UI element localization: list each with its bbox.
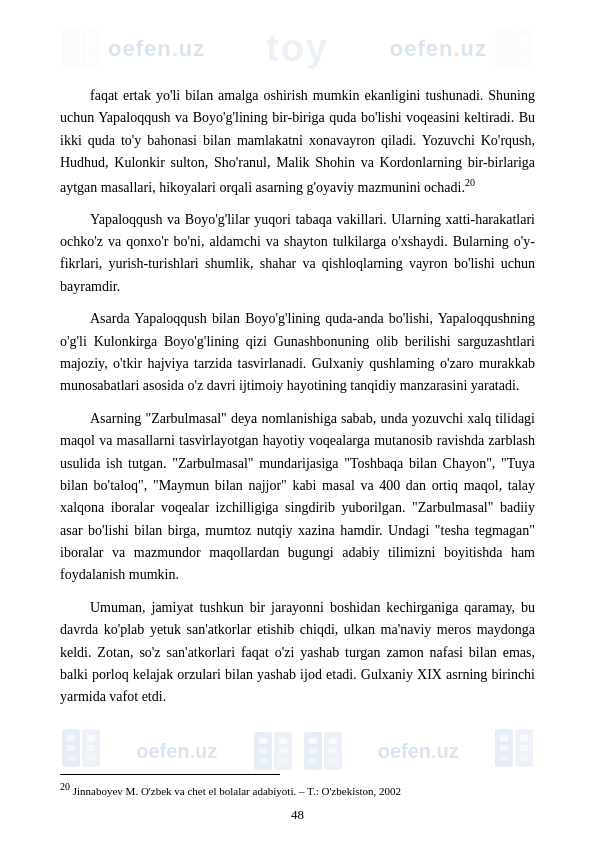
- svg-rect-4: [67, 46, 75, 52]
- top-watermark: oefen.uz toy oefen.uz: [60, 20, 535, 77]
- svg-rect-28: [259, 748, 267, 754]
- svg-rect-30: [259, 758, 267, 764]
- bottom-watermark-brand2: oefen.uz: [378, 736, 459, 766]
- footnote-text: 20 Jinnaboyev M. O'zbek va chet el bolal…: [60, 779, 535, 799]
- paragraph-5: Umuman, jamiyat tushkun bir jarayonni bo…: [60, 597, 535, 709]
- top-watermark-left: oefen.uz: [60, 28, 205, 70]
- svg-rect-31: [279, 758, 287, 764]
- paragraph-3: Asarda Yapaloqqush bilan Boyo'g'lining q…: [60, 308, 535, 398]
- svg-rect-38: [309, 758, 317, 764]
- svg-rect-45: [520, 745, 528, 751]
- logo-icon-bottom-right: [493, 727, 535, 769]
- svg-rect-5: [87, 46, 95, 52]
- svg-rect-27: [279, 738, 287, 744]
- paragraph-4-text: Asarning "Zarbulmasal" deya nomlanishiga…: [60, 411, 535, 583]
- paragraph-1: faqat ertak yo'li bilan amalga oshirish …: [60, 85, 535, 199]
- svg-rect-15: [520, 56, 528, 62]
- svg-rect-23: [87, 755, 95, 761]
- bottom-watermark-center-logos: [252, 730, 344, 772]
- svg-rect-6: [67, 56, 75, 62]
- svg-rect-34: [309, 738, 317, 744]
- logo-icon-bottom-left: [60, 727, 102, 769]
- page-number: 48: [60, 805, 535, 825]
- footer: 20 Jinnaboyev M. O'zbek va chet el bolal…: [60, 774, 535, 825]
- svg-rect-35: [329, 738, 337, 744]
- svg-rect-22: [67, 755, 75, 761]
- paragraph-4: Asarning "Zarbulmasal" deya nomlanishiga…: [60, 408, 535, 587]
- logo-icon-bottom-center1: [252, 730, 294, 772]
- page: oefen.uz toy oefen.uz faqat ertak yo'li …: [0, 0, 595, 842]
- bottom-watermark: oefen.uz oefen: [60, 727, 535, 775]
- svg-rect-2: [67, 36, 75, 42]
- watermark-brand-right: oefen.uz: [390, 32, 487, 65]
- logo-icon-bottom-center2: [302, 730, 344, 772]
- svg-rect-47: [520, 755, 528, 761]
- footer-divider: [60, 774, 280, 775]
- footnote-content: Jinnaboyev M. O'zbek va chet el bolalar …: [73, 785, 401, 797]
- svg-rect-44: [500, 745, 508, 751]
- svg-rect-12: [500, 46, 508, 52]
- svg-rect-7: [87, 56, 95, 62]
- top-watermark-right: oefen.uz: [390, 28, 535, 70]
- svg-rect-20: [67, 745, 75, 751]
- paragraph-3-text: Asarda Yapaloqqush bilan Boyo'g'lining q…: [60, 311, 535, 393]
- svg-rect-14: [500, 56, 508, 62]
- svg-rect-42: [500, 735, 508, 741]
- watermark-brand-left: oefen.uz: [108, 32, 205, 65]
- logo-icon-right: [493, 28, 535, 70]
- bottom-watermark-right: [493, 727, 535, 775]
- bottom-watermark-brand1: oefen.uz: [136, 736, 217, 766]
- paragraph-2-text: Yapaloqqush va Boyo'g'lilar yuqori tabaq…: [60, 212, 535, 294]
- logo-icon-left: [60, 28, 102, 70]
- svg-rect-13: [520, 46, 528, 52]
- svg-rect-3: [87, 36, 95, 42]
- svg-rect-39: [329, 758, 337, 764]
- svg-rect-21: [87, 745, 95, 751]
- svg-rect-11: [520, 36, 528, 42]
- watermark-word-center: toy: [266, 20, 329, 77]
- footnote-ref-1: 20: [465, 177, 475, 188]
- svg-rect-29: [279, 748, 287, 754]
- svg-rect-46: [500, 755, 508, 761]
- bottom-watermark-left: [60, 727, 102, 775]
- paragraph-2: Yapaloqqush va Boyo'g'lilar yuqori tabaq…: [60, 209, 535, 299]
- svg-rect-18: [67, 735, 75, 741]
- svg-rect-37: [329, 748, 337, 754]
- main-content: faqat ertak yo'li bilan amalga oshirish …: [60, 85, 535, 709]
- svg-rect-36: [309, 748, 317, 754]
- svg-rect-10: [500, 36, 508, 42]
- paragraph-5-text: Umuman, jamiyat tushkun bir jarayonni bo…: [60, 600, 535, 705]
- footnote-number: 20: [60, 781, 70, 792]
- svg-rect-19: [87, 735, 95, 741]
- svg-rect-26: [259, 738, 267, 744]
- svg-rect-43: [520, 735, 528, 741]
- paragraph-1-text: faqat ertak yo'li bilan amalga oshirish …: [60, 88, 535, 194]
